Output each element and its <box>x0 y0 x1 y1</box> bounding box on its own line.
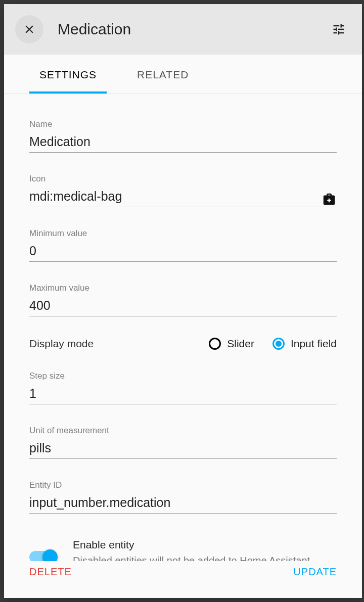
step-label: Step size <box>29 371 337 381</box>
field-unit: Unit of measurement <box>29 426 337 459</box>
tune-icon <box>332 22 346 36</box>
page-title: Medication <box>58 21 327 38</box>
field-entity-id: Entity ID <box>29 480 337 514</box>
radio-input-field-label: Input field <box>291 338 337 350</box>
enable-entity-text: Enable entity Disabled entities will not… <box>73 539 337 561</box>
tab-related[interactable]: RELATED <box>127 55 199 94</box>
radio-slider[interactable]: Slider <box>209 338 254 350</box>
entity-id-input[interactable] <box>29 493 337 514</box>
dialog: Medication SETTINGS RELATED Name Icon <box>4 4 362 598</box>
field-icon: Icon <box>29 174 337 207</box>
radio-input-field[interactable]: Input field <box>272 338 337 350</box>
name-label: Name <box>29 119 337 129</box>
footer: DELETE UPDATE <box>4 561 362 598</box>
display-mode-radio-group: Slider Input field <box>209 338 337 350</box>
settings-button[interactable] <box>327 17 351 41</box>
radio-circle-checked-icon <box>272 338 285 350</box>
toggle-thumb-icon <box>42 549 58 561</box>
display-mode-label: Display mode <box>29 338 209 350</box>
field-min: Minimum value <box>29 228 337 262</box>
field-max: Maximum value <box>29 283 337 316</box>
entity-id-label: Entity ID <box>29 480 337 490</box>
max-input[interactable] <box>29 296 337 316</box>
icon-input[interactable] <box>29 187 315 207</box>
tab-settings[interactable]: SETTINGS <box>29 55 107 94</box>
content: Name Icon Minimum value Maximum value <box>4 94 362 561</box>
field-step: Step size <box>29 371 337 404</box>
min-label: Minimum value <box>29 228 337 239</box>
radio-circle-icon <box>209 338 221 350</box>
enable-entity-description: Disabled entities will not be added to H… <box>73 553 337 561</box>
name-input[interactable] <box>29 132 337 153</box>
unit-input[interactable] <box>29 439 337 459</box>
unit-label: Unit of measurement <box>29 426 337 436</box>
field-display-mode: Display mode Slider Input field <box>29 338 337 350</box>
top-bar: Medication <box>4 4 362 55</box>
enable-entity-row: Enable entity Disabled entities will not… <box>29 535 337 561</box>
tabs: SETTINGS RELATED <box>4 55 362 94</box>
min-input[interactable] <box>29 242 337 262</box>
enable-entity-toggle[interactable] <box>29 551 56 561</box>
enable-entity-title: Enable entity <box>73 539 337 551</box>
field-name: Name <box>29 119 337 153</box>
delete-button[interactable]: DELETE <box>25 561 76 583</box>
radio-slider-label: Slider <box>227 338 254 350</box>
medical-bag-icon <box>322 192 337 209</box>
max-label: Maximum value <box>29 283 337 293</box>
icon-label: Icon <box>29 174 337 184</box>
close-icon <box>23 23 36 36</box>
close-button[interactable] <box>15 15 43 43</box>
update-button[interactable]: UPDATE <box>289 561 341 583</box>
step-input[interactable] <box>29 384 337 404</box>
